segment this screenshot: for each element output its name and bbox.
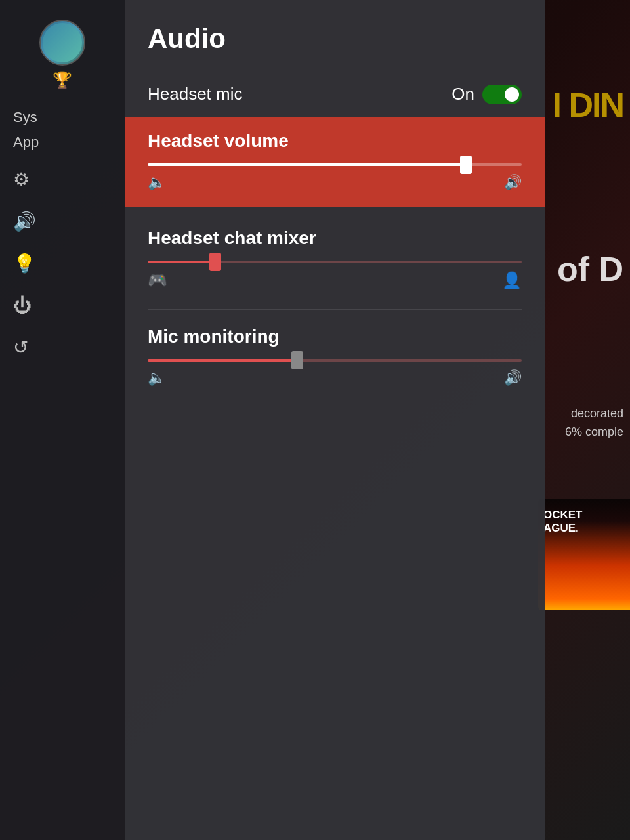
headset-mic-label: Headset mic (148, 84, 243, 104)
panel-header: Audio (125, 0, 545, 71)
volume-min-icon: 🔈 (148, 174, 165, 191)
sidebar-item-power[interactable]: ⏻ (0, 285, 125, 327)
gear-icon: ⚙ (13, 171, 30, 189)
mic-monitoring-track[interactable] (148, 359, 522, 362)
person-icon: 👤 (502, 271, 522, 289)
mic-min-icon: 🔈 (148, 369, 165, 387)
headset-volume-fill (148, 163, 466, 166)
chat-mixer-slider-container (148, 261, 522, 263)
sidebar-item-tips[interactable]: 💡 (0, 243, 125, 285)
sidebar-item-settings[interactable]: ⚙ (0, 159, 125, 201)
right-overlay-text4: 6% comple (565, 425, 623, 439)
headset-volume-label: Headset volume (148, 131, 522, 152)
chat-mixer-fill (148, 261, 215, 263)
sidebar: 🏆 Sys App ⚙ 🔊 💡 ⏻ ↺ (0, 0, 125, 840)
headset-mic-state-text: On (452, 84, 474, 104)
sidebar-system-label: Sys (0, 109, 37, 126)
main-panel: Audio Headset mic On Headset volume 🔈 🔊 … (125, 0, 545, 840)
sidebar-item-audio[interactable]: 🔊 (0, 201, 125, 243)
trophy-icon: 🏆 (52, 71, 72, 89)
mic-monitoring-label: Mic monitoring (148, 326, 522, 347)
volume-max-icon: 🔊 (504, 174, 522, 191)
sidebar-item-refresh[interactable]: ↺ (0, 327, 125, 369)
mic-monitoring-fill (148, 359, 297, 362)
tips-icon: 💡 (13, 255, 36, 273)
mic-monitoring-slider-container (148, 359, 522, 362)
avatar[interactable] (39, 20, 85, 66)
audio-icon: 🔊 (13, 213, 36, 231)
right-overlay-text1: I DIN (553, 85, 623, 125)
panel-title: Audio (148, 23, 522, 54)
headset-chat-mixer-section: Headset chat mixer 🎮 👤 (125, 211, 545, 306)
mic-monitoring-section: Mic monitoring 🔈 🔊 (125, 310, 545, 403)
headset-volume-thumb[interactable] (460, 156, 472, 174)
mic-max-icon: 🔊 (504, 369, 522, 387)
chat-mixer-thumb[interactable] (209, 253, 221, 271)
headset-mic-toggle-group: On (452, 84, 522, 104)
headset-volume-icons: 🔈 🔊 (148, 174, 522, 191)
sidebar-apps-label: App (0, 134, 39, 151)
mic-monitoring-thumb[interactable] (291, 351, 303, 369)
game-title: OCKET AGUE. (543, 509, 583, 534)
right-overlay-text3: decorated (571, 407, 623, 421)
headset-volume-slider-container (148, 163, 522, 166)
mic-monitoring-icons: 🔈 🔊 (148, 369, 522, 387)
chat-mixer-track[interactable] (148, 261, 522, 263)
headset-mic-row: Headset mic On (125, 71, 545, 117)
right-overlay-text2: of D (557, 249, 623, 289)
headset-chat-mixer-label: Headset chat mixer (148, 228, 522, 249)
game-thumbnail: OCKET AGUE. (538, 499, 630, 610)
headset-mic-toggle[interactable] (482, 85, 522, 104)
headset-volume-track[interactable] (148, 163, 522, 166)
gamepad-icon: 🎮 (148, 271, 167, 289)
chat-mixer-icons: 🎮 👤 (148, 271, 522, 289)
refresh-icon: ↺ (13, 339, 28, 357)
toggle-knob (505, 87, 519, 102)
power-icon: ⏻ (13, 297, 32, 315)
headset-volume-section: Headset volume 🔈 🔊 (125, 117, 545, 207)
